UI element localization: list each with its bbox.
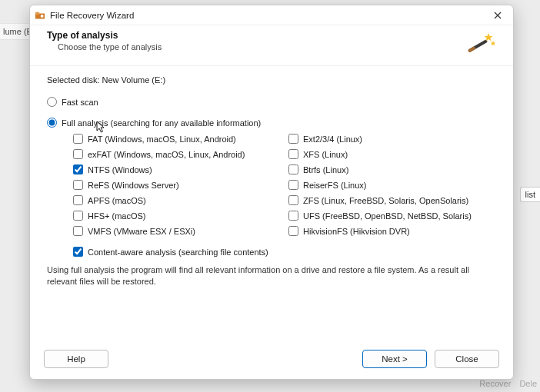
filesystem-grid: FAT (Windows, macOS, Linux, Android)Ext2… xyxy=(73,134,496,236)
filesystem-checkbox[interactable]: VMFS (VMware ESX / ESXi) xyxy=(73,226,281,236)
full-analysis-label: Full analysis (searching for any availab… xyxy=(62,118,261,128)
close-dialog-button[interactable]: Close xyxy=(435,350,499,368)
filesystem-checkbox[interactable]: NTFS (Windows) xyxy=(73,164,281,174)
svg-marker-6 xyxy=(491,41,496,45)
filesystem-checkbox[interactable]: ReiserFS (Linux) xyxy=(288,180,496,190)
filesystem-label: UFS (FreeBSD, OpenBSD, NetBSD, Solaris) xyxy=(303,211,472,221)
close-icon xyxy=(494,12,502,19)
filesystem-checkbox[interactable]: Btrfs (Linux) xyxy=(288,164,496,174)
filesystem-label: HikvisionFS (Hikvision DVR) xyxy=(303,227,410,236)
filesystem-checkbox[interactable]: ReFS (Windows Server) xyxy=(73,180,281,190)
filesystem-label: ZFS (Linux, FreeBSD, Solaris, OpenSolari… xyxy=(303,196,468,205)
filesystem-checkbox-input[interactable] xyxy=(288,164,298,174)
wizard-header: Type of analysis Choose the type of anal… xyxy=(30,25,513,66)
filesystem-label: Ext2/3/4 (Linux) xyxy=(303,135,362,144)
filesystem-checkbox-input[interactable] xyxy=(288,149,298,159)
bg-list-button[interactable]: list xyxy=(520,187,540,202)
filesystem-checkbox-input[interactable] xyxy=(288,211,298,221)
filesystem-checkbox-input[interactable] xyxy=(288,195,298,205)
filesystem-checkbox-input[interactable] xyxy=(73,180,83,190)
next-button[interactable]: Next > xyxy=(362,350,427,368)
fast-scan-radio[interactable]: Fast scan xyxy=(47,97,496,107)
filesystem-checkbox-input[interactable] xyxy=(73,226,83,236)
filesystem-label: NTFS (Windows) xyxy=(88,165,152,174)
filesystem-checkbox[interactable]: HFS+ (macOS) xyxy=(73,211,281,221)
filesystem-label: ReiserFS (Linux) xyxy=(303,181,367,190)
bg-delete-button: Dele xyxy=(519,379,537,388)
app-icon xyxy=(35,10,45,21)
filesystem-checkbox-input[interactable] xyxy=(288,134,298,144)
filesystem-label: FAT (Windows, macOS, Linux, Android) xyxy=(88,135,236,144)
svg-point-2 xyxy=(41,14,44,17)
content-aware-checkbox-input[interactable] xyxy=(73,247,83,257)
filesystem-checkbox[interactable]: XFS (Linux) xyxy=(288,149,496,159)
selected-disk-label: Selected disk: xyxy=(47,75,99,85)
full-analysis-radio[interactable]: Full analysis (searching for any availab… xyxy=(47,118,496,128)
filesystem-checkbox[interactable]: exFAT (Windows, macOS, Linux, Android) xyxy=(73,149,281,159)
filesystem-label: HFS+ (macOS) xyxy=(88,211,145,221)
filesystem-checkbox-input[interactable] xyxy=(73,164,83,174)
filesystem-label: Btrfs (Linux) xyxy=(303,165,348,174)
fast-scan-label: Fast scan xyxy=(62,98,98,107)
filesystem-label: XFS (Linux) xyxy=(303,150,348,159)
filesystem-checkbox-input[interactable] xyxy=(73,149,83,159)
full-analysis-note: Using full analysis the program will fin… xyxy=(47,264,496,287)
filesystem-checkbox[interactable]: APFS (macOS) xyxy=(73,195,281,205)
content-aware-checkbox[interactable]: Content-aware analysis (searching file c… xyxy=(73,247,496,257)
page-title: Type of analysis xyxy=(47,30,465,41)
filesystem-checkbox-input[interactable] xyxy=(288,226,298,236)
filesystem-checkbox-input[interactable] xyxy=(288,180,298,190)
help-button[interactable]: Help xyxy=(44,350,108,368)
filesystem-checkbox[interactable]: FAT (Windows, macOS, Linux, Android) xyxy=(73,134,281,144)
svg-rect-1 xyxy=(35,12,39,15)
filesystem-label: APFS (macOS) xyxy=(88,196,146,205)
bg-recover-button: Recover xyxy=(479,379,511,388)
full-analysis-radio-input[interactable] xyxy=(47,118,57,128)
filesystem-checkbox-input[interactable] xyxy=(73,211,83,221)
filesystem-checkbox-input[interactable] xyxy=(73,195,83,205)
fast-scan-radio-input[interactable] xyxy=(47,97,57,107)
filesystem-label: VMFS (VMware ESX / ESXi) xyxy=(88,227,195,236)
bg-bottom-buttons: Recover Dele xyxy=(473,379,537,388)
filesystem-label: ReFS (Windows Server) xyxy=(88,181,179,190)
wizard-footer: Help Next > Close xyxy=(30,342,513,379)
filesystem-checkbox[interactable]: HikvisionFS (Hikvision DVR) xyxy=(288,226,496,236)
wizard-body: Selected disk: New Volume (E:) Fast scan… xyxy=(30,66,513,342)
content-aware-label: Content-aware analysis (searching file c… xyxy=(88,247,268,257)
wizard-wand-icon xyxy=(465,30,496,58)
filesystem-checkbox[interactable]: Ext2/3/4 (Linux) xyxy=(288,134,496,144)
filesystem-checkbox[interactable]: UFS (FreeBSD, OpenBSD, NetBSD, Solaris) xyxy=(288,211,496,221)
selected-disk-value: New Volume (E:) xyxy=(102,75,166,85)
selected-disk: Selected disk: New Volume (E:) xyxy=(47,75,496,85)
wizard-dialog: File Recovery Wizard Type of analysis Ch… xyxy=(29,5,514,380)
filesystem-checkbox-input[interactable] xyxy=(73,134,83,144)
page-subtitle: Choose the type of analysis xyxy=(47,42,465,51)
filesystem-label: exFAT (Windows, macOS, Linux, Android) xyxy=(88,150,245,159)
filesystem-checkbox[interactable]: ZFS (Linux, FreeBSD, Solaris, OpenSolari… xyxy=(288,195,496,205)
close-button[interactable] xyxy=(487,8,508,23)
window-title: File Recovery Wizard xyxy=(50,11,487,20)
svg-rect-4 xyxy=(468,46,476,52)
titlebar: File Recovery Wizard xyxy=(30,5,513,25)
